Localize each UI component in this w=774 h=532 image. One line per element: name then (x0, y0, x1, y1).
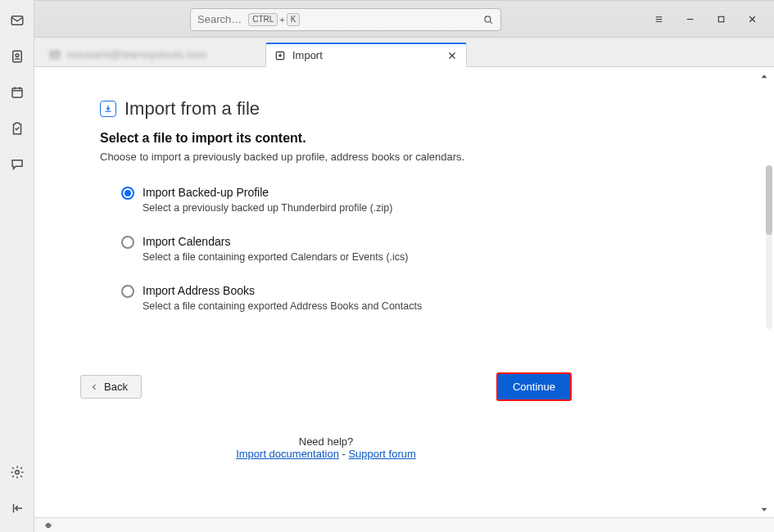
tab-account[interactable]: mousami@teamxystools.com (46, 42, 216, 67)
minimize-button[interactable] (674, 7, 705, 32)
maximize-button[interactable] (705, 7, 736, 32)
option-calendars[interactable]: Import Calendars Select a file containin… (121, 235, 552, 263)
continue-button[interactable]: Continue (496, 372, 572, 401)
close-tab-icon[interactable] (446, 50, 458, 61)
chat-icon[interactable] (5, 152, 29, 177)
page-description: Choose to import a previously backed up … (100, 151, 552, 163)
scrollbar-thumb[interactable] (766, 165, 772, 235)
left-rail (0, 0, 34, 532)
content-wrap: Import from a file Select a file to impo… (34, 67, 774, 532)
radio-icon[interactable] (121, 236, 134, 249)
import-options: Import Backed-up Profile Select a previo… (100, 186, 552, 312)
option-title: Import Calendars (143, 235, 408, 248)
activity-icon (43, 520, 54, 531)
app-menu-button[interactable] (643, 7, 674, 32)
kbd-ctrl: CTRL (248, 13, 278, 26)
settings-icon[interactable] (5, 460, 29, 485)
footer-row: Back Continue (80, 372, 572, 401)
tab-import[interactable]: Import (265, 43, 467, 67)
import-card: Import from a file Select a file to impo… (80, 92, 572, 358)
help-need: Need help? (80, 435, 572, 448)
radio-icon[interactable] (121, 285, 134, 298)
scroll-up-arrow[interactable] (758, 70, 771, 83)
option-title: Import Address Books (143, 284, 422, 297)
svg-rect-6 (718, 16, 724, 22)
mail-icon[interactable] (5, 8, 29, 33)
tasks-icon[interactable] (5, 116, 29, 141)
link-support-forum[interactable]: Support forum (348, 448, 415, 460)
option-desc: Select a file containing exported Addres… (143, 300, 422, 312)
close-window-button[interactable] (736, 7, 767, 32)
search-placeholder: Search… (197, 13, 242, 25)
addressbook-icon[interactable] (5, 44, 29, 69)
option-desc: Select a previously backed up Thunderbir… (143, 202, 393, 214)
search-icon (482, 14, 494, 25)
svg-point-5 (485, 16, 491, 21)
radio-icon[interactable] (121, 187, 134, 200)
import-from-file-icon (100, 101, 116, 117)
titlebar: Search… CTRL + K (34, 2, 774, 38)
svg-point-9 (48, 524, 49, 525)
continue-label: Continue (513, 381, 555, 393)
back-label: Back (104, 381, 128, 393)
option-address-books[interactable]: Import Address Books Select a file conta… (121, 284, 552, 312)
tabstrip: mousami@teamxystools.com Import (34, 38, 774, 67)
window-controls (643, 7, 767, 32)
svg-rect-3 (12, 88, 22, 97)
import-icon (274, 50, 286, 61)
collapse-icon[interactable] (5, 496, 29, 521)
svg-point-2 (16, 54, 19, 57)
tab-account-label: mousami@teamxystools.com (67, 48, 206, 61)
kbd-k: K (287, 13, 301, 26)
scroll-down-arrow[interactable] (758, 503, 771, 516)
option-title: Import Backed-up Profile (143, 186, 393, 199)
option-desc: Select a file containing exported Calend… (143, 251, 408, 263)
tab-import-label: Import (292, 49, 446, 61)
statusbar (34, 517, 774, 532)
link-import-docs[interactable]: Import documentation (236, 448, 339, 460)
help-sep: - (339, 448, 349, 460)
svg-point-4 (15, 471, 19, 475)
page-title: Import from a file (124, 98, 260, 119)
kbd-plus: + (279, 15, 284, 25)
page-subtitle: Select a file to import its content. (100, 131, 552, 146)
chevron-left-icon (89, 382, 99, 392)
search-input[interactable]: Search… CTRL + K (190, 8, 501, 31)
main-area: Search… CTRL + K mousami@teamxyst (34, 0, 774, 532)
calendar-icon[interactable] (5, 80, 29, 105)
help-section: Need help? Import documentation - Suppor… (80, 435, 572, 460)
back-button[interactable]: Back (80, 375, 142, 399)
option-backed-up-profile[interactable]: Import Backed-up Profile Select a previo… (121, 186, 552, 214)
